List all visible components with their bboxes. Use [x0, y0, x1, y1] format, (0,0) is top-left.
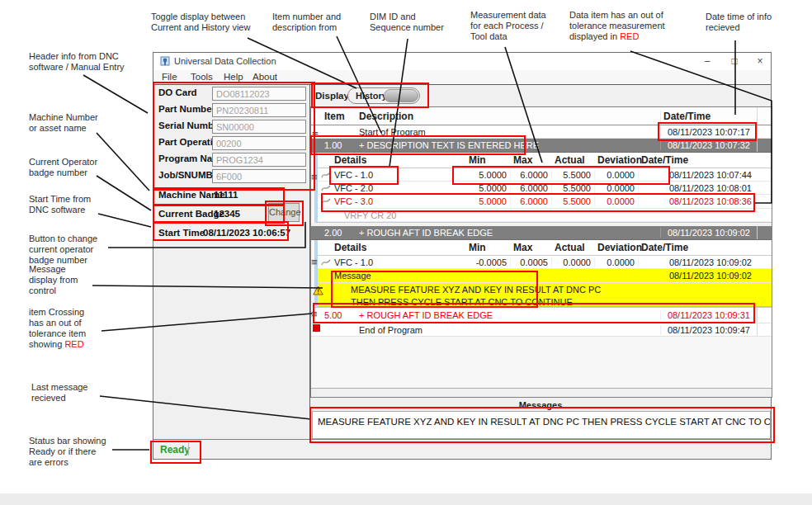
col-details[interactable]: Details [334, 154, 466, 166]
toggle-knob[interactable] [384, 89, 418, 102]
row-datetime: 08/11/2023 10:09:02 [660, 228, 757, 238]
start-time-value: 08/11/2023 10:06:57 [203, 228, 290, 238]
col-details[interactable]: Details [334, 242, 466, 253]
data-grid: ≡ ≡ ≡ ≡ Item Description Date/Time Sta [310, 106, 772, 398]
note-current-operator: Current Operator badge number [29, 157, 97, 178]
menu-file[interactable]: File [162, 72, 177, 82]
table-row-end-of-program[interactable]: End of Program 08/11/2023 10:09:47 [311, 323, 772, 337]
col-datetime[interactable]: Date/Time [639, 242, 754, 253]
job-snumb-label: Job/SNUMB [158, 170, 213, 180]
titlebar[interactable]: Universal Data Collection – □ × [153, 53, 771, 70]
end-of-program-icon [313, 324, 320, 332]
col-datetime[interactable]: Date/Time [660, 111, 757, 122]
detail-max: 6.0000 [511, 183, 552, 193]
detail-max: 0.0005 [511, 257, 552, 267]
row-description: Start of Program [359, 127, 660, 137]
measure-curve-icon [321, 258, 331, 267]
detail-name: VFC - 2.0 [334, 183, 466, 193]
detail-name: VFC - 1.0 [334, 170, 466, 180]
col-datetime[interactable]: Date/Time [639, 154, 754, 166]
detail-max: 6.0000 [511, 170, 552, 180]
ready-status: Ready [160, 444, 190, 455]
display-label: Display [315, 91, 349, 101]
measure-curve-icon [321, 184, 331, 192]
part-operation-field[interactable]: 00200 [212, 136, 306, 150]
history-toggle-label: History [356, 91, 387, 101]
program-name-field[interactable]: PROG1234 [212, 153, 306, 167]
col-actual[interactable]: Actual [552, 242, 595, 253]
history-toggle[interactable]: History [347, 87, 420, 104]
control-message-body: MEASURE FEATURE XYZ AND KEY IN RESULT AT… [318, 283, 772, 307]
change-badge-button[interactable]: Change [268, 203, 300, 222]
close-button[interactable]: × [751, 54, 769, 68]
table-row-start-of-program[interactable]: Start of Program 08/11/2023 10:07:17 [311, 125, 772, 139]
table-row-item-2[interactable]: 2.00 + ROUGH AFT ID BREAK EDGE 08/11/202… [311, 226, 772, 240]
table-row-vfc-2[interactable]: VFC - 2.0 5.0000 6.0000 5.5000 0.0000 08… [318, 182, 772, 195]
col-min[interactable]: Min [466, 242, 511, 253]
window-title: Universal Data Collection [174, 56, 276, 66]
detail-datetime: 08/11/2023 10:08:01 [639, 183, 754, 193]
horizontal-scrollbar[interactable] [311, 388, 772, 397]
detail-actual: 5.5000 [552, 196, 595, 206]
details-header: Details Min Max Actual Deviation Date/Ti… [318, 153, 772, 168]
status-bar: Ready [153, 439, 771, 459]
part-number-label: Part Number [158, 104, 215, 114]
col-actual[interactable]: Actual [552, 154, 595, 166]
detail-actual: 5.5000 [552, 183, 595, 193]
menu-about[interactable]: About [253, 72, 277, 82]
details-header: Details Min Max Actual Deviation Date/Ti… [318, 240, 772, 256]
table-row-item-5-out-of-tolerance[interactable]: 5.00 + ROUGH AFT ID BREAK EDGE 08/11/202… [311, 308, 772, 323]
message-row-label: Message [334, 271, 466, 281]
detail-deviation: 0.0000 [595, 196, 639, 206]
serial-number-field[interactable]: SN00000 [212, 120, 306, 134]
col-min[interactable]: Min [466, 154, 511, 166]
col-max[interactable]: Max [511, 242, 552, 253]
note-status-bar: Status bar showing Ready or if there are… [29, 436, 106, 468]
menu-help[interactable]: Help [224, 72, 243, 82]
table-row-vfc-1[interactable]: VFC - 1.0 5.0000 6.0000 5.5000 0.0000 08… [318, 168, 772, 182]
measure-curve-icon [321, 197, 331, 205]
row-datetime: 08/11/2023 10:07:32 [660, 140, 757, 150]
table-row-message[interactable]: Message 08/11/2023 10:09:02 [318, 269, 772, 283]
detail-min: 5.0000 [466, 183, 511, 193]
part-number-field[interactable]: PN20230811 [212, 103, 306, 117]
detail-datetime: 08/11/2023 10:09:02 [639, 257, 754, 267]
note-out-of-tolerance-text: Data item has an out of tolerance measur… [569, 10, 665, 41]
start-time-label: Start Time [158, 228, 205, 238]
app-icon [160, 56, 170, 66]
menu-tools[interactable]: Tools [191, 72, 213, 82]
detail-deviation: 0.0000 [595, 170, 639, 180]
table-row-vfc-3-out-of-tolerance[interactable]: VFC - 3.0 5.0000 6.0000 5.5000 0.0000 08… [318, 195, 772, 209]
row-menu-icon[interactable]: ≡ [311, 310, 318, 319]
note-out-of-tolerance-red: RED [620, 31, 639, 41]
table-row-item-1[interactable]: 1.00 + DESCRIPTION TEXT IS ENTERED HERE … [311, 139, 772, 153]
detail-name: VFC - 3.0 [334, 196, 466, 206]
menubar: File Tools Help About [153, 70, 771, 85]
col-description[interactable]: Description [359, 111, 660, 122]
col-max[interactable]: Max [511, 154, 552, 166]
control-message-line1: MEASURE FEATURE XYZ AND KEY IN RESULT AT… [351, 284, 772, 296]
col-deviation[interactable]: Deviation [595, 242, 639, 253]
table-row-vfc-1-sec2[interactable]: VFC - 1.0 -0.0005 0.0005 0.0000 0.0000 0… [318, 256, 772, 269]
col-deviation[interactable]: Deviation [595, 154, 639, 166]
maximize-button[interactable]: □ [725, 54, 744, 68]
row-menu-icon[interactable]: ≡ [311, 258, 318, 267]
detail-subnote: VRFY CR 20 [318, 209, 772, 222]
row-description: + ROUGH AFT ID BREAK EDGE [359, 228, 660, 238]
col-item[interactable]: Item [323, 111, 359, 122]
note-dim-id: DIM ID and Sequence number [370, 12, 444, 33]
row-menu-icon[interactable]: ≡ [311, 173, 318, 182]
row-menu-icon[interactable]: ≡ [312, 130, 319, 139]
do-card-field[interactable]: DO08112023 [212, 87, 306, 101]
note-item-crossing: item Crossing has an out of tolerance it… [29, 307, 86, 350]
minimize-button[interactable]: – [698, 54, 716, 68]
machine-name-value: 11111 [214, 190, 238, 200]
page: Toggle display between Current and Histo… [0, 0, 812, 505]
job-snumb-field[interactable]: 6F000 [212, 169, 306, 183]
row-description: + DESCRIPTION TEXT IS ENTERED HERE [359, 140, 660, 150]
detail-min: -0.0005 [466, 257, 511, 267]
note-message-display: Message display from control [29, 264, 78, 296]
details-section-1: Details Min Max Actual Deviation Date/Ti… [314, 153, 772, 223]
detail-actual: 0.0000 [552, 257, 595, 267]
detail-name: VFC - 1.0 [334, 257, 466, 267]
